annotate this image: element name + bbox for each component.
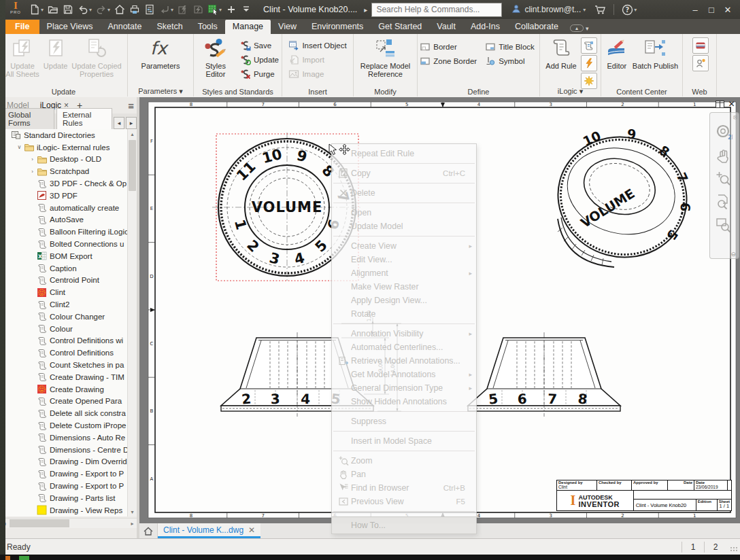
subtab-prev-icon[interactable]: ◂ — [114, 117, 124, 129]
menu-item-update-model[interactable]: Update Model — [332, 220, 476, 233]
qat-redo-button[interactable]: ▾ — [94, 2, 112, 17]
group-label[interactable]: Parameters ▾ — [128, 87, 193, 96]
add-rule-button[interactable]: Add Rule — [543, 34, 578, 70]
tree-item-create-drawing[interactable]: Create Drawing — [0, 383, 128, 396]
menu-item-rotate[interactable]: Rotate — [332, 307, 476, 321]
group-label[interactable]: iLogic ▾ — [540, 87, 601, 96]
minimize-button[interactable]: – — [687, 2, 703, 17]
tree-item-desktop-old[interactable]: ›Desktop - OLD — [0, 154, 128, 166]
tree-item-colour[interactable]: Colour — [0, 323, 128, 335]
tab-file[interactable]: File — [5, 20, 39, 34]
menu-item-pan[interactable]: Pan — [332, 468, 476, 481]
close-button[interactable]: ✕ — [720, 2, 736, 17]
tab-view[interactable]: View — [271, 20, 304, 34]
tree-item-delete-all-sick-constra[interactable]: Delete all sick constra — [0, 407, 128, 419]
document-tab-close-icon[interactable]: ✕ — [248, 525, 255, 535]
cart-icon[interactable] — [592, 2, 608, 17]
qat-new-file-button[interactable]: ▾ — [27, 2, 46, 17]
taskbar-item[interactable] — [5, 556, 10, 560]
tree-item-autosave[interactable]: AutoSave — [0, 214, 128, 226]
document-tab[interactable]: Clint - Volume K...dwg ✕ — [158, 523, 260, 538]
pan-hand-button[interactable] — [710, 144, 737, 167]
menu-item-general-dimension-type[interactable]: General Dimension Type▸ — [332, 381, 476, 395]
styles-editor-button[interactable]: Styles Editor — [194, 34, 237, 78]
ilogic-browser-button[interactable] — [581, 37, 597, 54]
search-input[interactable] — [371, 3, 502, 17]
menu-item-repeat-edit-rule[interactable]: Repeat Edit Rule — [332, 147, 476, 160]
qat-rule-trigger-b-button[interactable] — [190, 2, 205, 17]
sheet-page-1[interactable]: 1 — [682, 542, 704, 552]
qat-qat-menu-button[interactable] — [239, 2, 254, 17]
save-button[interactable]: Save — [237, 38, 282, 52]
menu-item-how-to[interactable]: How To... — [332, 517, 476, 533]
tree-vertical-scrollbar[interactable]: ▴ ▾ — [127, 129, 137, 517]
qat-home-button[interactable] — [112, 2, 127, 17]
navbar-collapse-icon[interactable]: ⊖ — [730, 251, 736, 258]
menu-item-get-model-annotations[interactable]: Get Model Annotations▸ — [332, 368, 476, 381]
sheet-page-2[interactable]: 2 — [705, 542, 726, 552]
subtab-global-forms[interactable]: Global Forms — [2, 108, 54, 129]
tab-vault[interactable]: Vault — [429, 20, 463, 34]
subtab-next-icon[interactable]: ▸ — [126, 117, 137, 129]
qat-save-button[interactable] — [61, 2, 75, 17]
menu-item-make-view-raster[interactable]: Make View Raster — [332, 280, 476, 294]
tree-item-create-opened-para[interactable]: Create Opened Para — [0, 396, 128, 408]
qat-rule-trigger-a-button[interactable] — [175, 2, 190, 17]
qat-print-button[interactable] — [127, 2, 142, 17]
scroll-thumb[interactable] — [10, 519, 69, 527]
hamburger-icon[interactable]: ≡ — [128, 100, 134, 111]
tab-environments[interactable]: Environments — [304, 20, 371, 34]
ribbon-collapse-button[interactable]: ▴▾ — [570, 24, 589, 32]
menu-item-delete[interactable]: Delete — [332, 186, 476, 200]
tree-item-drawing-parts-list[interactable]: Drawing - Parts list — [0, 492, 128, 504]
event-trigger-button[interactable] — [581, 55, 597, 71]
tab-annotate[interactable]: Annotate — [100, 20, 149, 34]
menu-item-apply-design-view[interactable]: Apply Design View... — [332, 294, 476, 307]
scroll-thumb[interactable] — [129, 140, 136, 191]
update-button[interactable]: Update — [237, 52, 282, 67]
purge-button[interactable]: Purge — [237, 67, 282, 81]
tree-item-delete-custom-iprope[interactable]: Delete Custom iPrope — [0, 419, 128, 432]
tree-item-create-drawing-tim[interactable]: Create Drawing - TIM — [0, 371, 128, 383]
tree-item-colour-changer[interactable]: Colour Changer — [0, 311, 128, 323]
import-button[interactable]: Import — [286, 52, 349, 67]
title-block-button[interactable]: Title Block — [482, 39, 537, 54]
subtab-external-rules[interactable]: External Rules — [56, 108, 112, 130]
scroll-up-icon[interactable]: ▴ — [128, 129, 137, 139]
expand-icon[interactable]: › — [28, 156, 37, 162]
tree-item-clint2[interactable]: Clint2 — [0, 298, 128, 311]
parameters-button[interactable]: fxParameters — [139, 34, 182, 70]
menu-item-copy[interactable]: CopyCtrl+C — [332, 167, 476, 180]
tab-tools[interactable]: Tools — [190, 20, 225, 34]
menu-item-retrieve-model-annotations[interactable]: Retrieve Model Annotations... — [332, 354, 476, 368]
tree-item-3d-pdf[interactable]: 3D PDF — [0, 190, 128, 202]
tree-item-drawing-dim-overrid[interactable]: Drawing - Dim Overrid — [0, 456, 128, 468]
menu-item-show-hidden-annotations[interactable]: Show Hidden Annotations — [332, 395, 476, 408]
tree-item-dimensions-auto-re[interactable]: Dimensions - Auto Re — [0, 432, 128, 444]
insert-object-button[interactable]: Insert Object — [286, 38, 349, 52]
menu-item-previous-view[interactable]: Previous ViewF5 — [332, 495, 476, 508]
zoom-plus-button[interactable] — [710, 167, 737, 190]
close-document-icon[interactable]: ✕ — [726, 99, 737, 109]
menu-item-suppress[interactable]: Suppress — [332, 415, 476, 428]
tree-item-caption[interactable]: Caption — [0, 262, 128, 275]
inventor-logo-icon[interactable]: I PRO — [7, 1, 24, 18]
menu-item-annotation-visibility[interactable]: Annotation Visibility▸ — [332, 327, 476, 340]
zoom-window-button[interactable] — [710, 213, 737, 237]
steering-wheel-2d-button[interactable]: 2D — [710, 121, 737, 144]
tree-item-bom-export[interactable]: XBOM Export — [0, 250, 128, 262]
flyout-arrow-icon[interactable]: ▸ — [364, 6, 367, 14]
scroll-down-icon[interactable]: ▾ — [128, 507, 137, 517]
symbol-button[interactable]: Symbol — [482, 54, 537, 68]
tree-item-drawing-export-to-p[interactable]: Drawing - Export to P — [0, 480, 128, 492]
tree-item-control-definitions-wi[interactable]: Control Definitions wi — [0, 335, 128, 347]
tab-collaborate[interactable]: Collaborate — [507, 20, 566, 34]
split-view-icon[interactable] — [714, 99, 726, 109]
update-all-sheets-button[interactable]: UpdateAll Sheets — [3, 34, 41, 78]
expand-icon[interactable]: › — [28, 169, 37, 175]
tree-item-scratchpad[interactable]: ›Scratchpad — [0, 165, 128, 177]
menu-item-insert-in-model-space[interactable]: Insert in Model Space — [332, 434, 476, 448]
tree-item-standard-directories[interactable]: Standard Directories — [0, 129, 128, 141]
web-help-button[interactable] — [692, 37, 709, 54]
qat-open-folder-button[interactable] — [46, 2, 61, 17]
